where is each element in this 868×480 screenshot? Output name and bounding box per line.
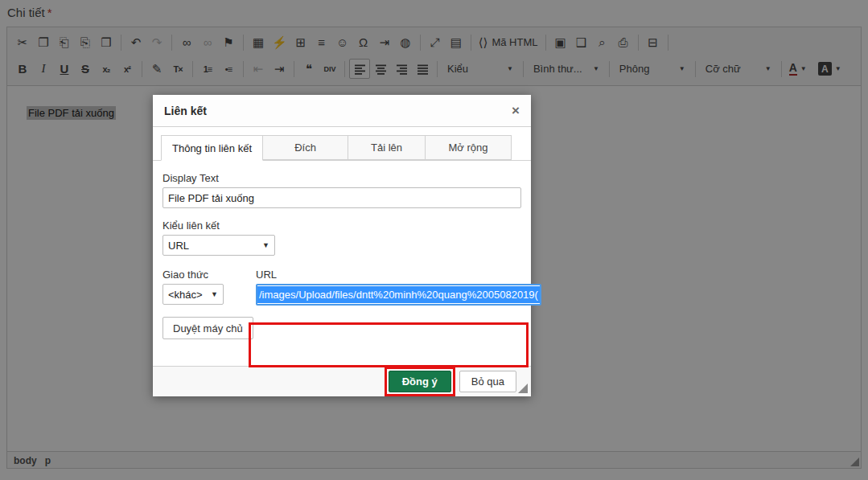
url-input[interactable]: /images/Upload/files/dntt%20minh%20quang… [256, 284, 541, 306]
protocol-column: Giao thức <khác> ▼ [162, 267, 256, 306]
tab-target[interactable]: Đích [263, 135, 348, 160]
dialog-footer: Đồng ý Bỏ qua [153, 366, 531, 396]
protocol-url-row: Giao thức <khác> ▼ URL /images/Upload/fi… [162, 267, 521, 306]
url-selected-text: /images/Upload/files/dntt%20minh%20quang… [257, 286, 540, 303]
tab-advanced[interactable]: Mở rộng [426, 135, 512, 160]
protocol-value: <khác> [168, 289, 203, 301]
protocol-label: Giao thức [162, 269, 256, 281]
url-column: URL /images/Upload/files/dntt%20minh%20q… [256, 267, 543, 306]
link-type-label: Kiểu liên kết [162, 219, 521, 232]
dialog-title: Liên kết [164, 105, 207, 117]
chevron-down-icon: ▼ [211, 290, 218, 298]
dialog-tabs: Thông tin liên kếtĐíchTải lênMở rộng [153, 127, 531, 161]
link-dialog: Liên kết × Thông tin liên kếtĐíchTải lên… [153, 95, 531, 396]
chevron-down-icon: ▼ [262, 241, 269, 249]
link-type-value: URL [168, 240, 189, 252]
link-type-select[interactable]: URL ▼ [162, 235, 275, 256]
url-label: URL [256, 269, 541, 281]
dialog-body: Display Text Kiểu liên kết URL ▼ Giao th… [153, 161, 531, 367]
browse-server-button[interactable]: Duyệt máy chủ [162, 317, 253, 339]
display-text-input[interactable] [162, 187, 521, 208]
dialog-header[interactable]: Liên kết × [153, 95, 531, 127]
cancel-button[interactable]: Bỏ qua [459, 371, 516, 392]
tab-upload[interactable]: Tải lên [348, 135, 426, 160]
protocol-select[interactable]: <khác> ▼ [162, 284, 224, 305]
ok-button[interactable]: Đồng ý [389, 371, 451, 392]
ok-button-wrapper: Đồng ý [389, 371, 451, 392]
url-annotation-box [249, 322, 529, 367]
display-text-label: Display Text [162, 172, 521, 184]
tab-link-info[interactable]: Thông tin liên kết [161, 135, 263, 161]
close-icon[interactable]: × [512, 104, 520, 117]
dialog-resize-grip[interactable] [518, 384, 528, 393]
